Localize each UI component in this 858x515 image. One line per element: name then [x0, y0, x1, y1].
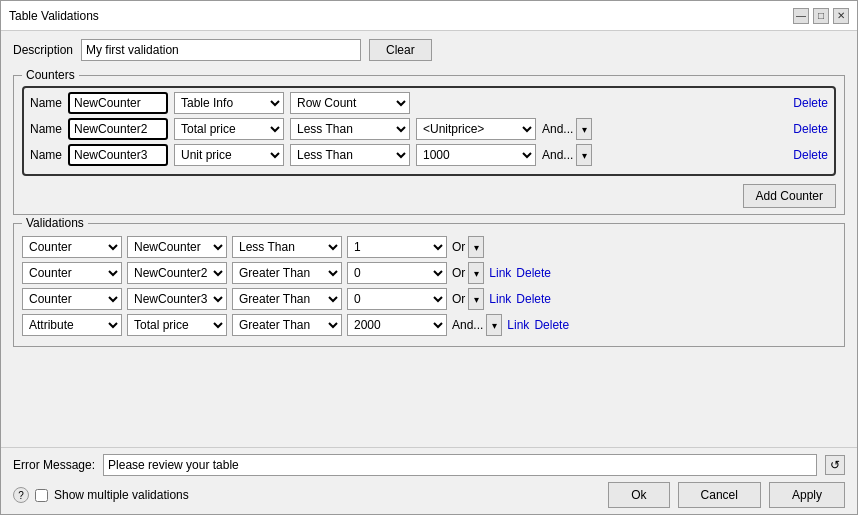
counters-content: Name Table Info Row Count Delete Name: [22, 82, 836, 208]
val-counter-2[interactable]: NewCounter2: [127, 262, 227, 284]
footer-buttons: Ok Cancel Apply: [608, 482, 845, 508]
val-logic-2: Or: [452, 266, 465, 280]
counter-measure-3[interactable]: Less Than: [290, 144, 410, 166]
val-link-3[interactable]: Link: [489, 292, 511, 306]
val-type-4[interactable]: Attribute: [22, 314, 122, 336]
counters-outline: Name Table Info Row Count Delete Name: [22, 86, 836, 176]
val-value-3[interactable]: 0: [347, 288, 447, 310]
val-logic-group-3: Or ▾: [452, 288, 484, 310]
window-title: Table Validations: [9, 9, 99, 23]
counter-and-group-3: And... ▾: [542, 144, 592, 166]
counter-measure-2[interactable]: Less Than: [290, 118, 410, 140]
bottom-section: Error Message: ↺ ? Show multiple validat…: [1, 447, 857, 514]
footer-row: ? Show multiple validations Ok Cancel Ap…: [13, 482, 845, 508]
counter-and-2: And...: [542, 122, 573, 136]
counter-and-group-2: And... ▾: [542, 118, 592, 140]
add-counter-button[interactable]: Add Counter: [743, 184, 836, 208]
refresh-icon[interactable]: ↺: [825, 455, 845, 475]
val-delete-3[interactable]: Delete: [516, 292, 551, 306]
val-condition-2[interactable]: Greater Than: [232, 262, 342, 284]
counter-name-2[interactable]: [68, 118, 168, 140]
counter-name-3[interactable]: [68, 144, 168, 166]
val-logic-group-4: And... ▾: [452, 314, 502, 336]
name-label-1: Name: [30, 96, 62, 110]
validations-content: Counter NewCounter Less Than 1 Or ▾: [22, 230, 836, 336]
main-window: Table Validations — □ ✕ Description Clea…: [0, 0, 858, 515]
window-controls: — □ ✕: [793, 8, 849, 24]
val-value-2[interactable]: 0: [347, 262, 447, 284]
minimize-button[interactable]: —: [793, 8, 809, 24]
val-delete-4[interactable]: Delete: [534, 318, 569, 332]
counters-group: Counters Name Table Info Row Count: [13, 75, 845, 215]
counter-delete-3[interactable]: Delete: [793, 148, 828, 162]
val-type-1[interactable]: Counter: [22, 236, 122, 258]
error-message-input[interactable]: [103, 454, 817, 476]
title-bar: Table Validations — □ ✕: [1, 1, 857, 31]
maximize-button[interactable]: □: [813, 8, 829, 24]
val-condition-3[interactable]: Greater Than: [232, 288, 342, 310]
counter-delete-1[interactable]: Delete: [793, 96, 828, 110]
val-logic-4: And...: [452, 318, 483, 332]
val-type-3[interactable]: Counter: [22, 288, 122, 310]
val-type-2[interactable]: Counter: [22, 262, 122, 284]
val-value-1[interactable]: 1: [347, 236, 447, 258]
val-link-2[interactable]: Link: [489, 266, 511, 280]
counter-delete-2[interactable]: Delete: [793, 122, 828, 136]
val-counter-4[interactable]: Total price: [127, 314, 227, 336]
counter-and-arrow-3[interactable]: ▾: [576, 144, 592, 166]
val-logic-1: Or: [452, 240, 465, 254]
counter-and-arrow-2[interactable]: ▾: [576, 118, 592, 140]
counter-name-1[interactable]: [68, 92, 168, 114]
val-logic-arrow-1[interactable]: ▾: [468, 236, 484, 258]
val-logic-group-2: Or ▾: [452, 262, 484, 284]
clear-button[interactable]: Clear: [369, 39, 432, 61]
val-logic-group-1: Or ▾: [452, 236, 484, 258]
cancel-button[interactable]: Cancel: [678, 482, 761, 508]
description-input[interactable]: [81, 39, 361, 61]
counter-row-1: Name Table Info Row Count Delete: [30, 92, 828, 114]
validation-row-2: Counter NewCounter2 Greater Than 0 Or ▾: [22, 262, 836, 284]
name-label-2: Name: [30, 122, 62, 136]
validation-row-1: Counter NewCounter Less Than 1 Or ▾: [22, 236, 836, 258]
val-condition-1[interactable]: Less Than: [232, 236, 342, 258]
description-label: Description: [13, 43, 73, 57]
show-multiple-checkbox[interactable]: [35, 489, 48, 502]
val-logic-arrow-3[interactable]: ▾: [468, 288, 484, 310]
val-delete-2[interactable]: Delete: [516, 266, 551, 280]
show-multiple-label: Show multiple validations: [54, 488, 189, 502]
help-icon[interactable]: ?: [13, 487, 29, 503]
counter-value-3[interactable]: 1000: [416, 144, 536, 166]
close-button[interactable]: ✕: [833, 8, 849, 24]
counter-row-2: Name Total price Less Than <Unitprice> A: [30, 118, 828, 140]
val-condition-4[interactable]: Greater Than: [232, 314, 342, 336]
validations-label: Validations: [22, 216, 88, 230]
counter-source-3[interactable]: Unit price: [174, 144, 284, 166]
counter-source-1[interactable]: Table Info: [174, 92, 284, 114]
validations-group: Validations Counter NewCounter Less Than…: [13, 223, 845, 347]
validation-row-4: Attribute Total price Greater Than 2000 …: [22, 314, 836, 336]
val-link-4[interactable]: Link: [507, 318, 529, 332]
validation-row-3: Counter NewCounter3 Greater Than 0 Or ▾: [22, 288, 836, 310]
apply-button[interactable]: Apply: [769, 482, 845, 508]
counter-value-2[interactable]: <Unitprice>: [416, 118, 536, 140]
val-logic-3: Or: [452, 292, 465, 306]
counter-measure-1[interactable]: Row Count: [290, 92, 410, 114]
counter-source-2[interactable]: Total price: [174, 118, 284, 140]
counter-row-3: Name Unit price Less Than 1000 And...: [30, 144, 828, 166]
ok-button[interactable]: Ok: [608, 482, 669, 508]
val-logic-arrow-4[interactable]: ▾: [486, 314, 502, 336]
val-counter-3[interactable]: NewCounter3: [127, 288, 227, 310]
counter-actions: Add Counter: [22, 182, 836, 208]
description-row: Description Clear: [13, 39, 845, 61]
main-content: Description Clear Counters Name Table In…: [1, 31, 857, 447]
counters-label: Counters: [22, 68, 79, 82]
name-label-3: Name: [30, 148, 62, 162]
error-row: Error Message: ↺: [13, 454, 845, 476]
counter-and-3: And...: [542, 148, 573, 162]
val-counter-1[interactable]: NewCounter: [127, 236, 227, 258]
val-logic-arrow-2[interactable]: ▾: [468, 262, 484, 284]
show-multiple-group: ? Show multiple validations: [13, 487, 189, 503]
error-label: Error Message:: [13, 458, 95, 472]
val-value-4[interactable]: 2000: [347, 314, 447, 336]
